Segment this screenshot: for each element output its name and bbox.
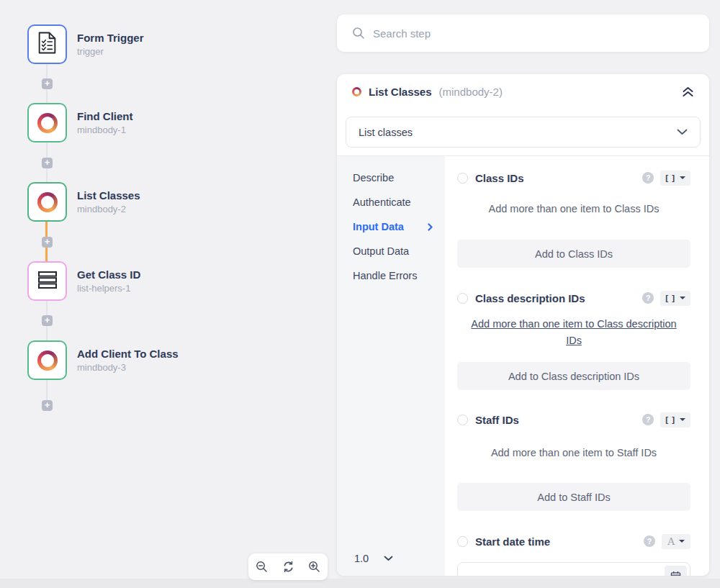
- zoom-reset-button[interactable]: [275, 553, 302, 580]
- workflow-builder: + + + + + Fo: [0, 0, 720, 588]
- input-data-form: Class IDs ? [ ] Add more than one item t…: [445, 156, 709, 576]
- node-icon-box[interactable]: [27, 24, 67, 64]
- workflow-node-list-classes[interactable]: List Classes mindbody-2: [27, 182, 140, 222]
- field-radio[interactable]: [457, 293, 468, 304]
- step-card-body: Describe Authenticate Input Data: [337, 155, 709, 576]
- zoom-out-button[interactable]: [248, 553, 275, 580]
- canvas-zoom-toolbar: [248, 553, 328, 580]
- tab-output-data[interactable]: Output Data: [337, 239, 445, 263]
- caret-down-icon: [679, 540, 685, 543]
- search-input[interactable]: [373, 27, 694, 40]
- add-to-class-description-ids-button[interactable]: Add to Class description IDs: [457, 362, 690, 390]
- field-radio[interactable]: [457, 173, 468, 184]
- magnifier-plus-icon: [308, 561, 320, 573]
- node-subtitle: list-helpers-1: [77, 282, 140, 295]
- field-label: Class IDs: [475, 172, 524, 184]
- collapse-panel-button[interactable]: [682, 86, 694, 97]
- tab-label: Output Data: [353, 245, 409, 257]
- step-card-header: List Classes (mindbody-2): [337, 74, 709, 109]
- version-value: 1.0: [354, 553, 369, 564]
- tab-handle-errors[interactable]: Handle Errors: [337, 263, 445, 288]
- node-subtitle: mindbody-2: [77, 203, 140, 216]
- node-title: Form Trigger: [77, 31, 144, 45]
- tab-label: Describe: [353, 172, 394, 184]
- mindbody-ring-icon: [37, 350, 58, 371]
- calendar-icon: [670, 571, 681, 576]
- node-subtitle: mindbody-1: [77, 124, 133, 137]
- workflow-node-form-trigger[interactable]: Form Trigger trigger: [27, 24, 144, 64]
- add-to-staff-ids-button[interactable]: Add to Staff IDs: [457, 483, 690, 511]
- zoom-in-button[interactable]: [301, 553, 328, 580]
- add-step-button[interactable]: +: [42, 315, 53, 326]
- type-badge-label: [ ]: [665, 294, 675, 302]
- node-icon-box[interactable]: [27, 182, 67, 222]
- workflow-node-find-client[interactable]: Find Client mindbody-1: [27, 103, 133, 143]
- workflow-node-add-client-to-class[interactable]: Add Client To Class mindbody-3: [27, 340, 179, 380]
- field-helper-link[interactable]: Add more than one item to Class descript…: [462, 316, 685, 349]
- caret-down-icon: [680, 176, 685, 179]
- start-date-time-input-wrap: [457, 562, 690, 576]
- field-label: Staff IDs: [475, 414, 519, 426]
- circular-arrows-reset-icon: [282, 561, 294, 573]
- help-icon[interactable]: ?: [642, 292, 654, 304]
- field-radio[interactable]: [457, 415, 468, 425]
- operation-select[interactable]: List classes: [346, 117, 701, 148]
- node-title: Find Client: [77, 109, 133, 123]
- field-row-start-date-time: Start date time ? A: [457, 533, 690, 550]
- node-icon-box[interactable]: [27, 261, 67, 301]
- string-type-selector[interactable]: A: [662, 534, 690, 549]
- mindbody-ring-icon: [37, 192, 58, 212]
- add-to-class-ids-button[interactable]: Add to Class IDs: [457, 240, 690, 268]
- version-select[interactable]: 1.0: [354, 553, 393, 564]
- step-subtitle: (mindbody-2): [439, 86, 503, 98]
- node-title: List Classes: [77, 189, 140, 202]
- tab-label: Authenticate: [353, 196, 411, 208]
- step-properties-card: List Classes (mindbody-2) List classes: [337, 74, 709, 576]
- field-row-class-ids: Class IDs ? [ ]: [457, 169, 690, 186]
- node-title: Get Class ID: [77, 268, 140, 281]
- node-title: Add Client To Class: [77, 347, 179, 361]
- connector-segment: [46, 380, 48, 402]
- tab-label: Handle Errors: [353, 270, 417, 281]
- array-type-selector[interactable]: [ ]: [660, 171, 690, 186]
- help-icon[interactable]: ?: [644, 535, 655, 547]
- start-date-time-input[interactable]: [457, 562, 690, 576]
- add-step-button[interactable]: +: [42, 78, 53, 89]
- field-row-staff-ids: Staff IDs ? [ ]: [457, 411, 690, 428]
- step-title: List Classes: [369, 86, 432, 98]
- mindbody-ring-icon: [352, 87, 361, 96]
- field-radio[interactable]: [457, 536, 468, 547]
- array-type-selector[interactable]: [ ]: [660, 412, 690, 428]
- node-icon-box[interactable]: [27, 103, 67, 143]
- help-icon[interactable]: ?: [642, 172, 654, 184]
- tab-authenticate[interactable]: Authenticate: [337, 190, 445, 214]
- double-chevron-up-icon: [682, 86, 694, 97]
- caret-down-icon: [680, 418, 685, 421]
- caret-down-icon: [680, 297, 685, 299]
- settings-tab-sidebar: Describe Authenticate Input Data: [337, 156, 445, 576]
- chevron-right-icon: [428, 223, 433, 231]
- node-icon-box[interactable]: [27, 340, 67, 380]
- field-label: Class description IDs: [475, 292, 585, 304]
- tab-describe[interactable]: Describe: [337, 166, 445, 190]
- search-icon: [352, 27, 365, 40]
- magnifier-minus-icon: [256, 561, 268, 573]
- help-icon[interactable]: ?: [642, 414, 654, 425]
- operation-select-value: List classes: [359, 127, 413, 138]
- field-row-class-description-ids: Class description IDs ? [ ]: [457, 289, 690, 307]
- step-search-bar[interactable]: [337, 14, 709, 52]
- workflow-node-get-class-id[interactable]: Get Class ID list-helpers-1: [27, 261, 140, 301]
- field-label: Start date time: [475, 535, 550, 548]
- type-badge-label: [ ]: [665, 415, 675, 424]
- date-picker-button[interactable]: [665, 566, 687, 576]
- tab-input-data[interactable]: Input Data: [337, 214, 445, 239]
- step-config-panel: List Classes (mindbody-2) List classes: [337, 0, 709, 588]
- node-subtitle: mindbody-3: [77, 361, 179, 374]
- add-step-button[interactable]: +: [42, 158, 53, 168]
- mindbody-ring-icon: [37, 113, 58, 133]
- add-step-button[interactable]: +: [42, 237, 53, 248]
- chevron-down-icon: [384, 556, 393, 561]
- array-type-selector[interactable]: [ ]: [660, 291, 690, 306]
- add-step-button[interactable]: +: [42, 400, 53, 411]
- field-helper-text: Add more than one item to Class IDs: [457, 202, 690, 216]
